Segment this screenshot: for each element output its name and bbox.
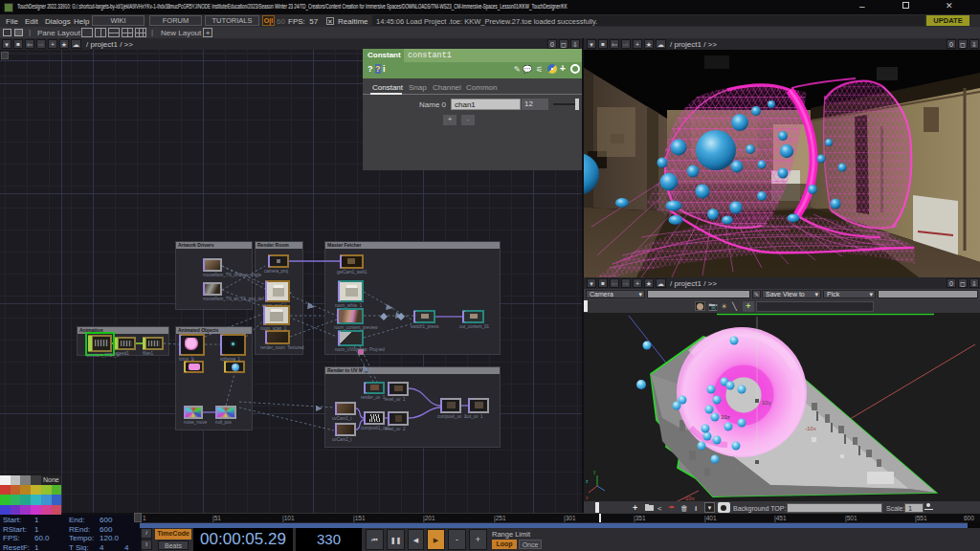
svg-text:10y: 10y — [762, 400, 771, 406]
svg-text:-10x: -10x — [805, 426, 816, 431]
svg-text:10z: 10z — [721, 414, 730, 420]
